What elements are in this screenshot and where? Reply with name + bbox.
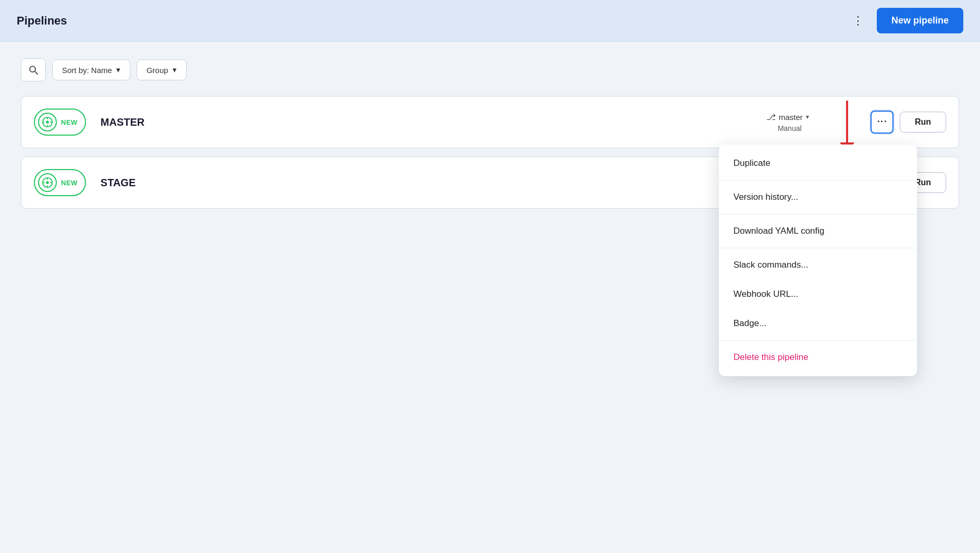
- toolbar: Sort by: Name ▾ Group ▾: [21, 58, 959, 81]
- pipeline-badge-master: NEW: [34, 109, 86, 136]
- dropdown-divider-1: [719, 180, 917, 181]
- dropdown-delete[interactable]: Delete this pipeline: [719, 343, 917, 372]
- header-more-button[interactable]: ⋮: [848, 10, 868, 32]
- sort-label: Sort by: Name: [62, 66, 112, 75]
- pipeline-icon-stage: [38, 173, 57, 192]
- branch-icon: ⎇: [766, 112, 776, 122]
- dropdown-divider-3: [719, 248, 917, 248]
- dropdown-download-yaml[interactable]: Download YAML config: [719, 217, 917, 246]
- branch-chevron-master[interactable]: ▾: [806, 113, 809, 121]
- dropdown-duplicate[interactable]: Duplicate: [719, 149, 917, 178]
- group-button[interactable]: Group ▾: [137, 59, 187, 80]
- chevron-down-icon: ▾: [116, 65, 120, 75]
- branch-info-master: ⎇ master ▾: [766, 112, 809, 122]
- pipeline-meta-master: ⎇ master ▾ Manual: [766, 112, 871, 133]
- trigger-master: Manual: [766, 124, 802, 133]
- pipeline-card-master: NEW MASTER ⎇ master ▾ Manual ⋮ Run Dupli…: [21, 96, 959, 148]
- dropdown-webhook-url[interactable]: Webhook URL...: [719, 280, 917, 309]
- pipeline-name-master: MASTER: [101, 116, 766, 128]
- page-header: Pipelines ⋮ New pipeline: [0, 0, 980, 42]
- main-content: Sort by: Name ▾ Group ▾ NEW MASTER: [0, 42, 980, 234]
- pipeline-icon-master: [38, 113, 57, 131]
- pipeline-name-stage: STAGE: [101, 177, 766, 189]
- dropdown-version-history[interactable]: Version history...: [719, 183, 917, 212]
- run-button-master[interactable]: Run: [900, 112, 946, 133]
- svg-line-1: [35, 71, 38, 74]
- svg-point-3: [46, 121, 49, 124]
- dropdown-divider-2: [719, 214, 917, 214]
- branch-name-master: master: [779, 113, 803, 122]
- chevron-down-icon: ▾: [173, 65, 177, 75]
- group-label: Group: [146, 66, 168, 75]
- new-pipeline-button[interactable]: New pipeline: [877, 8, 963, 33]
- header-actions: ⋮ New pipeline: [848, 8, 963, 33]
- sort-button[interactable]: Sort by: Name ▾: [52, 59, 130, 80]
- dropdown-divider-4: [719, 340, 917, 341]
- page-title: Pipelines: [17, 14, 67, 28]
- search-button[interactable]: [21, 58, 46, 81]
- svg-point-9: [46, 181, 49, 184]
- pipeline-status-stage: NEW: [61, 179, 78, 187]
- pipeline-status-master: NEW: [61, 118, 78, 126]
- wheel-icon: [42, 116, 53, 128]
- wheel-icon-stage: [42, 177, 53, 188]
- pipeline-dropdown-menu: Duplicate Version history... Download YA…: [719, 145, 917, 376]
- dropdown-badge[interactable]: Badge...: [719, 309, 917, 338]
- pipeline-badge-stage: NEW: [34, 169, 86, 196]
- pipeline-more-button-master[interactable]: ⋮: [871, 111, 893, 134]
- dropdown-slack-commands[interactable]: Slack commands...: [719, 250, 917, 280]
- pipeline-actions-master: ⋮ Run: [871, 111, 946, 134]
- search-icon: [28, 65, 39, 75]
